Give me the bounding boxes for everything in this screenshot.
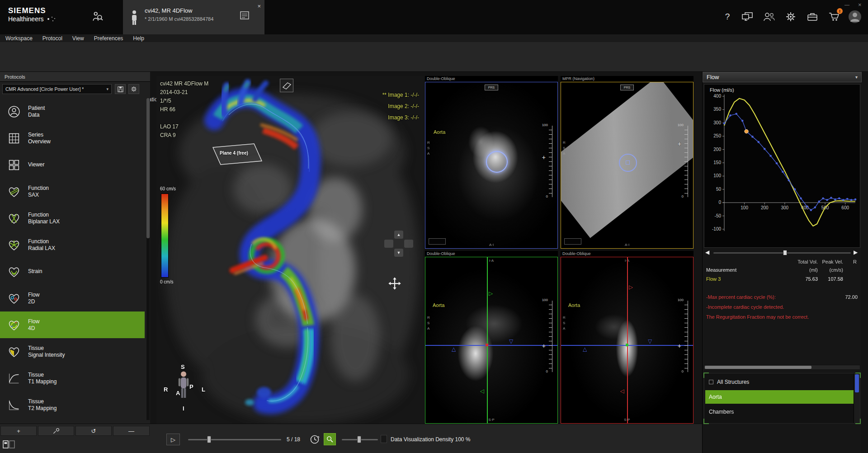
frame-slider-thumb[interactable] [207, 436, 211, 443]
crosshair-marker[interactable]: + [542, 342, 546, 349]
sidebar-item-strain[interactable]: Strain [0, 258, 145, 285]
aorta-contour-roi[interactable] [486, 151, 508, 173]
mpr-pane-navigation-yellow[interactable]: MPR (Navigation) PRS 100 0 R S A + A·I [561, 76, 693, 249]
pane-viewport[interactable]: I·A Aorta ▷ ◁ △ ▽ 100 0 R S A + S·P [561, 257, 693, 424]
pane-viewport[interactable]: PRS 100 0 R S A + A·I [561, 82, 693, 249]
phase-slider-thumb[interactable] [783, 250, 787, 255]
density-slider-thumb[interactable] [357, 436, 361, 443]
green-handle-right-icon[interactable]: ▷ [489, 291, 493, 296]
multi-monitor-icon[interactable] [741, 10, 754, 24]
sidebar-item-function-sax[interactable]: FunctionSAX [0, 178, 145, 205]
flow-4d-3d-viewport[interactable]: cvi42 MR 4DFlow M 2014-03-21 1/*/5 HR 66… [156, 76, 424, 424]
mpr-pane-double-oblique-blue[interactable]: Double-Oblique PRS Aorta 100 0 R S A + A… [425, 76, 558, 249]
sidebar-item-tissue-t1-mapping[interactable]: TissueT1 Mapping [0, 365, 145, 392]
red-handle-right-icon[interactable]: ▷ [629, 284, 633, 290]
sidebar-item-flow-4d[interactable]: Flow4D [0, 311, 145, 338]
edit-protocol-button[interactable] [38, 426, 74, 436]
window-minimize-button[interactable]: — [844, 2, 849, 7]
report-icon[interactable] [240, 11, 250, 20]
mpr-pane-double-oblique-green[interactable]: Double-Oblique I·A Aorta ▷ ◁ △ ▽ 100 0 R… [425, 251, 558, 424]
users-icon[interactable] [762, 10, 776, 24]
patient-tab[interactable]: cvi42, MR 4DFlow * 2/1/1960 M cvi4285328… [123, 0, 264, 34]
add-protocol-button[interactable]: + [0, 426, 37, 436]
flow-panel-header[interactable]: Flow ▾ [703, 72, 862, 82]
menu-preferences[interactable]: Preferences [94, 35, 123, 42]
measurement-row-label[interactable]: Flow 3 [706, 276, 721, 282]
phase-next-icon[interactable]: ▶ [854, 249, 858, 255]
menu-protocol[interactable]: Protocol [42, 35, 62, 42]
svg-text:-50: -50 [715, 213, 722, 218]
structures-scrollbar-thumb[interactable] [855, 374, 859, 392]
help-icon[interactable]: ? [721, 10, 734, 24]
crosshair-vertical-line[interactable] [627, 257, 628, 423]
plane-center-handle[interactable] [626, 160, 630, 165]
frame-slider-track[interactable] [188, 439, 281, 440]
pane-viewport[interactable]: I·A Aorta ▷ ◁ △ ▽ 100 0 R S A + S·P [425, 257, 558, 424]
save-protocol-button[interactable] [115, 84, 126, 94]
remove-protocol-button[interactable]: — [113, 426, 150, 436]
blue-handle-down-icon[interactable]: ▽ [509, 339, 513, 344]
pane-viewport[interactable]: PRS Aorta 100 0 R S A + A·I [425, 82, 558, 249]
sidebar-item-function-biplanar-lax[interactable]: FunctionBiplanar LAX [0, 205, 145, 231]
sidebar-item-patient-data[interactable]: PatientData [0, 98, 145, 125]
density-toggle[interactable] [381, 435, 387, 443]
crosshair-marker[interactable]: + [678, 342, 681, 349]
crosshair-center-marker[interactable] [486, 344, 488, 346]
pan-move-icon[interactable] [388, 277, 401, 290]
rotate-right-button[interactable] [404, 240, 413, 248]
panel-horizontal-scrollbar[interactable] [704, 365, 860, 370]
patient-tab-close-icon[interactable]: × [257, 3, 261, 9]
menu-help[interactable]: Help [133, 35, 144, 42]
blue-handle-up-icon[interactable]: △ [452, 346, 456, 352]
settings-gear-icon[interactable] [784, 10, 797, 24]
rotate-left-button[interactable] [384, 240, 393, 248]
briefcase-icon[interactable] [806, 10, 819, 24]
sidebar-item-flow-2d[interactable]: Flow2D [0, 285, 145, 311]
red-handle-left-icon[interactable]: ◁ [620, 388, 624, 394]
sidebar-scrollbar[interactable] [146, 98, 150, 420]
cine-timing-clock-icon[interactable] [309, 434, 320, 445]
clip-plane-button[interactable] [280, 79, 293, 92]
blue-handle-down-icon[interactable]: ▽ [648, 339, 652, 344]
undo-button[interactable]: ↺ [75, 426, 112, 436]
sidebar-item-tissue-signal-intensity[interactable]: TissueSignal Intensity [0, 338, 145, 365]
zoom-tool-button[interactable] [324, 433, 336, 445]
plane-label[interactable]: Plane 4 (free) [220, 151, 248, 156]
structure-item-chambers[interactable]: Chambers [705, 405, 854, 419]
rotate-down-button[interactable]: ▼ [394, 249, 403, 257]
structures-scrollbar[interactable] [854, 373, 860, 423]
crosshair-marker[interactable]: + [542, 154, 546, 161]
window-close-button[interactable]: × [858, 1, 862, 8]
sidebar-item-tissue-t2-mapping[interactable]: TissueT2 Mapping [0, 392, 145, 418]
menu-view[interactable]: View [72, 35, 84, 42]
structure-item-all-structures[interactable]: All Structures [705, 375, 854, 389]
viewport-layout-indicator-icon[interactable] [3, 439, 15, 449]
phase-prev-icon[interactable]: ◀ [705, 249, 709, 255]
menu-workspace[interactable]: Workspace [5, 35, 33, 42]
mpr-pane-double-oblique-red[interactable]: Double-Oblique I·A Aorta ▷ ◁ △ ▽ 100 0 R… [561, 251, 693, 424]
sidebar-item-viewer[interactable]: Viewer [0, 151, 145, 178]
protocol-preset-dropdown[interactable]: CMR Advanced [Circle Power User] * ▾ [2, 84, 112, 94]
rotate-up-button[interactable]: ▲ [394, 231, 403, 239]
structure-expander-icon[interactable] [709, 380, 713, 384]
patient-search-icon[interactable] [90, 10, 104, 24]
orientation-cube-chip[interactable]: PRS [620, 85, 634, 90]
user-avatar[interactable] [848, 10, 862, 24]
sidebar-item-function-radial-lax[interactable]: FunctionRadial LAX [0, 231, 145, 258]
protocol-settings-button[interactable] [128, 84, 139, 94]
crosshair-marker[interactable]: + [678, 140, 681, 147]
crosshair-center-marker[interactable] [626, 344, 628, 346]
cart-icon[interactable]: ! [827, 10, 841, 24]
sidebar-item-series-overview[interactable]: SeriesOverview [0, 125, 145, 151]
blue-handle-up-icon[interactable]: △ [583, 346, 587, 352]
green-handle-left-icon[interactable]: ◁ [480, 388, 484, 394]
structure-item-aorta[interactable]: Aorta [705, 390, 854, 404]
crosshair-horizontal-line[interactable] [425, 345, 557, 346]
orientation-cube-chip[interactable]: PRS [485, 85, 498, 90]
crosshair-vertical-line[interactable] [487, 257, 488, 423]
phase-slider-track[interactable] [713, 252, 851, 254]
horizontal-scrollbar-thumb[interactable] [705, 366, 811, 369]
flow-curve-chart[interactable]: Flow (ml/s) 400350300250200150100500-50-… [704, 84, 860, 248]
sidebar-scrollbar-thumb[interactable] [146, 98, 150, 238]
play-button[interactable]: ▷ [166, 434, 180, 445]
